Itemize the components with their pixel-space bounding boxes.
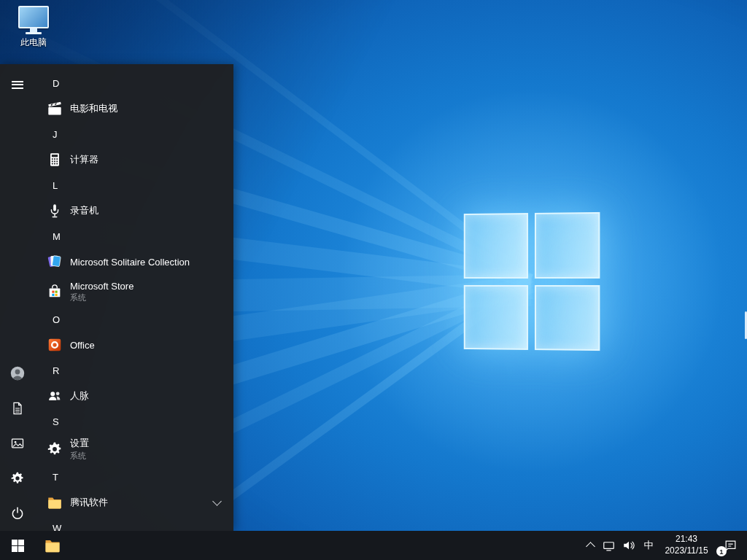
desktop-icon-label: 此电脑 (20, 36, 47, 49)
letter-label: J (53, 129, 58, 140)
pictures-button[interactable] (0, 426, 35, 461)
expand-menu-button[interactable] (0, 67, 35, 102)
this-pc-monitor-icon (18, 6, 49, 34)
app-subtitle: 系统 (70, 451, 89, 462)
letter-label: M (53, 231, 61, 242)
hamburger-icon (12, 79, 23, 90)
start-menu-app-list: D 电影和电视 J (35, 64, 233, 531)
app-label: Microsoft Solitaire Collection (70, 257, 190, 268)
calculator-icon (46, 151, 63, 168)
ime-mode-label: 中 (644, 539, 654, 552)
clock-time: 21:43 (665, 534, 708, 545)
windows-logo-pane (534, 285, 600, 351)
app-list-letter-header-j[interactable]: J (35, 122, 233, 146)
app-item-people[interactable]: 人脉 (35, 382, 233, 410)
windows-start-icon (12, 540, 24, 552)
app-subtitle: 系统 (70, 292, 133, 303)
taskbar: 中 21:43 2023/11/15 1 (0, 531, 747, 560)
app-item-movies-tv[interactable]: 电影和电视 (35, 95, 233, 122)
app-label: 人脉 (70, 389, 89, 402)
app-item-settings[interactable]: 设置 系统 (35, 433, 233, 465)
power-icon (10, 506, 25, 521)
file-explorer-button[interactable] (35, 531, 70, 560)
account-icon (9, 365, 26, 382)
start-menu: D 电影和电视 J (0, 64, 233, 531)
file-explorer-icon (44, 537, 61, 554)
app-label: Microsoft Store (70, 281, 133, 292)
office-icon (46, 336, 63, 354)
movies-tv-icon (46, 100, 63, 117)
network-button[interactable] (598, 531, 619, 560)
app-label: 腾讯软件 (70, 496, 108, 509)
windows-logo-pane (464, 213, 528, 278)
app-item-microsoft-store[interactable]: Microsoft Store 系统 (35, 276, 233, 308)
desktop-icon-this-pc[interactable]: 此电脑 (7, 6, 60, 49)
clock-date: 2023/11/15 (665, 545, 708, 557)
app-list-letter-header-l[interactable]: L (35, 174, 233, 197)
chevron-up-icon (586, 542, 595, 551)
network-icon (602, 539, 616, 553)
documents-icon (10, 401, 25, 416)
clock: 21:43 2023/11/15 (665, 534, 708, 556)
windows-logo (464, 212, 600, 351)
chevron-down-icon (212, 497, 222, 506)
app-list-letter-header-r[interactable]: R (35, 359, 233, 382)
settings-gear-icon (10, 471, 25, 486)
folder-icon (46, 494, 63, 511)
people-icon (46, 387, 63, 405)
app-item-solitaire[interactable]: Microsoft Solitaire Collection (35, 248, 233, 276)
app-folder-tencent[interactable]: 腾讯软件 (35, 489, 233, 516)
notification-count-badge: 1 (716, 546, 727, 556)
system-tray: 中 21:43 2023/11/15 1 (582, 531, 747, 560)
pictures-icon (10, 436, 25, 451)
store-icon (46, 283, 63, 300)
app-item-voice-recorder[interactable]: 录音机 (35, 197, 233, 225)
app-list-letter-header-d[interactable]: D (35, 71, 233, 95)
solitaire-icon (46, 253, 63, 271)
clock-button[interactable]: 21:43 2023/11/15 (658, 531, 715, 560)
settings-button[interactable] (0, 461, 35, 496)
app-label: 电影和电视 (70, 102, 117, 115)
power-button[interactable] (0, 496, 35, 531)
start-button[interactable] (0, 531, 35, 560)
letter-label: D (53, 78, 59, 89)
app-label: Office (70, 340, 95, 351)
app-label: 设置 (70, 437, 89, 450)
letter-label: R (53, 365, 59, 376)
windows-desktop-screen: 此电脑 (0, 0, 747, 560)
app-list-letter-header-w[interactable]: W (35, 516, 233, 531)
start-menu-rail (0, 64, 35, 531)
speaker-icon (622, 539, 635, 552)
app-list-letter-header-t[interactable]: T (35, 465, 233, 489)
letter-label: W (53, 523, 61, 532)
app-item-calculator[interactable]: 计算器 (35, 146, 233, 174)
volume-button[interactable] (619, 531, 639, 560)
app-label: 录音机 (70, 204, 98, 217)
app-list-letter-header-m[interactable]: M (35, 225, 233, 248)
ime-mode-button[interactable]: 中 (639, 531, 658, 560)
letter-label: L (53, 180, 58, 191)
app-item-office[interactable]: Office (35, 331, 233, 359)
letter-label: S (53, 416, 59, 427)
voice-recorder-icon (46, 202, 63, 219)
app-label: 计算器 (70, 153, 98, 166)
account-button[interactable] (0, 356, 35, 391)
app-list-letter-header-s[interactable]: S (35, 410, 233, 433)
settings-gear-icon (46, 440, 63, 458)
documents-button[interactable] (0, 391, 35, 426)
app-text: Microsoft Store 系统 (70, 281, 133, 303)
tray-overflow-button[interactable] (582, 531, 598, 560)
windows-logo-pane (464, 284, 528, 349)
app-text: 设置 系统 (70, 437, 89, 462)
letter-label: T (53, 472, 58, 483)
letter-label: O (53, 314, 60, 325)
windows-logo-pane (534, 212, 600, 279)
action-center-button[interactable]: 1 (715, 531, 746, 560)
app-list-letter-header-o[interactable]: O (35, 308, 233, 331)
